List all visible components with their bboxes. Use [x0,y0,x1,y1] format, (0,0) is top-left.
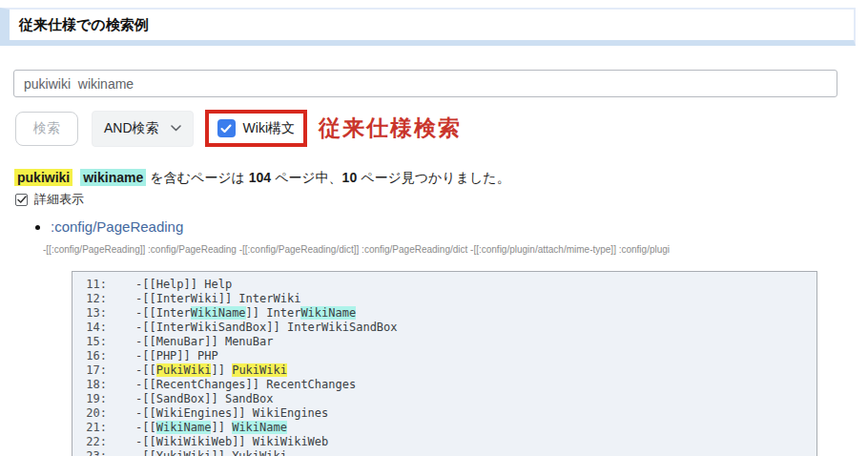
result-excerpt: -[[:config/PageReading]] :config/PageRea… [43,240,861,259]
code-segment: -[[InterWiki]] InterWiki [135,292,300,305]
code-line: 17:-[[PukiWiki]] PukiWiki [80,363,809,378]
wiki-syntax-highlight-box: Wiki構文 [205,110,307,147]
detail-display-row: 詳細表示 [15,191,868,208]
code-segment: -[[SandBox]] SandBox [135,392,274,405]
line-number: 14: [80,321,107,335]
search-mode-value: AND検索 [104,120,159,137]
code-line: 22:-[[WikiWikiWeb]] WikiWikiWeb [80,435,809,449]
summary-text-contains: を含むページは [146,170,248,185]
code-segment: -[[PHP]] PHP [135,349,218,363]
search-term-1: pukiwiki [14,169,72,186]
code-segment: ]] [211,421,232,434]
check-icon [17,196,27,204]
code-line: 18:-[[RecentChanges]] RecentChanges [80,378,809,392]
search-button[interactable]: 検索 [15,112,78,146]
code-segment: -[[InterWikiSandBox]] InterWikiSandBox [135,321,398,334]
code-line: 19:-[[SandBox]] SandBox [80,392,809,406]
line-number: 23: [80,449,107,456]
line-number: 18: [80,378,107,392]
check-icon [220,124,232,134]
highlighted-code-segment: WikiName [232,421,287,434]
page-title: 従来仕様での検索例 [0,8,856,46]
wiki-syntax-label[interactable]: Wiki構文 [243,120,295,137]
line-number: 11: [80,278,107,292]
code-line: 23:-[[YukiWiki]] YukiWiki [80,449,809,456]
code-segment: -[[MenuBar]] MenuBar [135,335,274,348]
line-number: 13: [80,306,107,321]
code-line: 21:-[[WikiName]] WikiName [80,421,809,435]
code-segment: ]] Inter [246,306,301,320]
wiki-syntax-checkbox[interactable] [217,119,236,137]
code-segment: -[[WikiEngines]] WikiEngines [135,406,328,420]
highlighted-code-segment: WikiName [300,306,356,320]
code-segment: -[[WikiWikiWeb]] WikiWikiWeb [135,435,328,448]
search-term-2: wikiname [80,169,146,186]
code-line: 20:-[[WikiEngines]] WikiEngines [80,406,809,421]
legacy-search-annotation: 従来仕様検索 [319,114,462,143]
chevron-down-icon [171,125,181,132]
code-line: 11:-[[Help]] Help [80,278,809,292]
line-number: 19: [80,392,107,406]
line-number: 20: [80,406,107,421]
summary-text-of: ページ中、 [271,170,342,185]
code-segment: -[[ [135,363,156,377]
highlighted-code-segment: WikiName [191,306,246,320]
highlighted-code-segment: WikiName [156,421,212,434]
result-page-link[interactable]: :config/PageReading [51,218,183,235]
search-input[interactable] [13,70,837,97]
list-item: :config/PageReading -[[:config/PageReadi… [51,218,868,259]
code-line: 14:-[[InterWikiSandBox]] InterWikiSandBo… [80,321,809,335]
highlighted-code-segment: PukiWiki [232,363,287,377]
highlighted-code-segment: PukiWiki [156,363,212,377]
code-line: 12:-[[InterWiki]] InterWiki [80,292,809,306]
search-mode-select[interactable]: AND検索 [92,111,194,147]
code-segment: -[[Inter [135,306,191,320]
code-segment: -[[RecentChanges]] RecentChanges [135,378,356,391]
line-number: 12: [80,292,107,306]
line-number: 22: [80,435,107,449]
line-number: 21: [80,421,107,435]
search-controls: 検索 AND検索 Wiki構文 従来仕様検索 [15,110,868,147]
code-segment: -[[ [135,421,156,434]
code-line: 16:-[[PHP]] PHP [80,349,809,363]
code-segment: -[[YukiWiki]] YukiWiki [135,449,287,456]
search-result-summary: pukiwikiwikiname を含むページは 104 ページ中、10 ページ… [14,168,868,187]
code-line: 15:-[[MenuBar]] MenuBar [80,335,809,349]
total-pages-count: 104 [249,170,271,185]
result-list: :config/PageReading -[[:config/PageReadi… [0,218,868,259]
code-segment: -[[Help]] Help [135,278,232,291]
line-number: 17: [80,363,107,378]
detail-display-label[interactable]: 詳細表示 [34,191,84,208]
found-pages-count: 10 [342,170,358,185]
summary-text-found: ページ見つかりました。 [357,170,510,185]
detail-display-checkbox[interactable] [15,194,28,206]
code-block: 11:-[[Help]] Help12:-[[InterWiki]] Inter… [72,271,817,456]
code-line: 13:-[[InterWikiName]] InterWikiName [80,306,809,321]
line-number: 16: [80,349,107,363]
code-segment: ]] [211,363,232,377]
line-number: 15: [80,335,107,349]
